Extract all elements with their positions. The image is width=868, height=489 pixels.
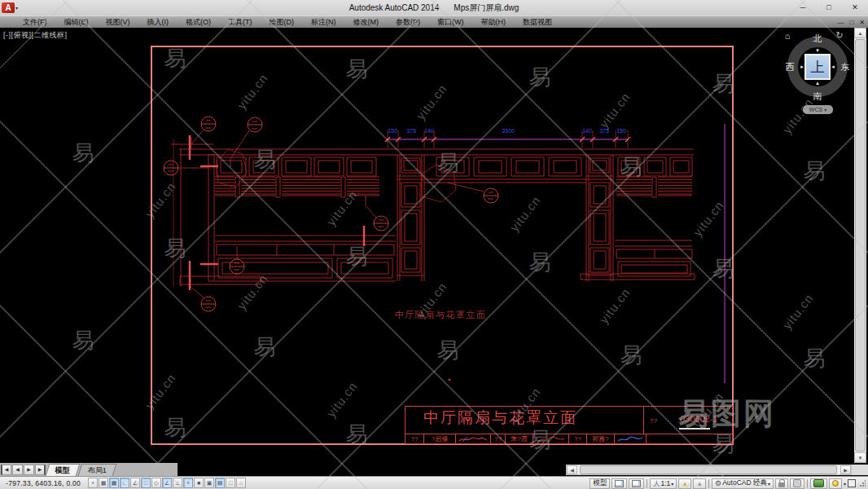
drawing-number-underline (679, 428, 710, 430)
tb-cell-signature (615, 434, 647, 443)
viewcube-south-label[interactable]: 南 (813, 90, 822, 103)
tab-nav-last-button[interactable]: ▶ (35, 465, 46, 475)
toggle-grid-display[interactable]: ▦ (109, 478, 119, 488)
toggle-snap-mode[interactable]: ▦ (99, 478, 108, 488)
menu-item-window[interactable]: 窗口(W) (437, 17, 464, 28)
toggle-object-snap-tracking[interactable]: ∠ (162, 478, 172, 488)
toggle-3d-object-snap[interactable]: ◇ (151, 478, 161, 488)
title-block: 中厅隔扇与花罩立面 ?? 030602-1 ?? ?启修 ?? 朱?霞 ?? 郭… (405, 406, 733, 444)
dim-label: 140 (582, 128, 592, 134)
wcs-dropdown[interactable]: WCS▾ (803, 105, 833, 114)
menu-item-help[interactable]: 帮助(H) (481, 17, 506, 28)
quick-view-layouts-button[interactable] (612, 478, 627, 489)
mdi-minimize-button[interactable]: — (837, 19, 844, 26)
toggle-ortho-mode[interactable]: ∟ (120, 478, 129, 488)
window-title: Autodesk AutoCAD 2014Mps屏门屏扇.dwg (0, 2, 868, 14)
autoscale-icon: ▲ (696, 480, 703, 487)
resize-grip[interactable] (859, 479, 866, 487)
status-bar: -797.33, 6403.16, 0.00 + ▦ ▦ ∟ ∠ □ ◇ ∠ ⊥… (0, 476, 868, 489)
viewcube-east-label[interactable]: 东 (841, 61, 850, 73)
menu-item-edit[interactable]: 编辑(E) (64, 17, 89, 28)
titlebar: A ▾ Autodesk AutoCAD 2014Mps屏门屏扇.dwg ─ □… (0, 0, 868, 15)
tb-cell: ?? (406, 434, 424, 443)
tab-nav-first-button[interactable]: ◀ (1, 465, 11, 475)
lock-icon (778, 482, 785, 487)
title-block-row: ?? ?启修 ?? 朱?霞 ?? 郭雅? (406, 434, 732, 443)
quick-view-drawings-button[interactable] (629, 478, 644, 489)
tab-nav-next-button[interactable]: ▶ (24, 465, 34, 475)
scroll-left-button[interactable]: ◀ (567, 465, 577, 474)
viewcube-rotate-icon[interactable]: ↻ (835, 30, 843, 41)
layout-icon (632, 480, 641, 487)
menu-item-insert[interactable]: 插入(I) (147, 17, 169, 28)
viewcube-west-label[interactable]: 西 (786, 61, 795, 73)
toggle-polar-tracking[interactable]: ∠ (130, 478, 140, 488)
menu-item-draw[interactable]: 绘图(D) (270, 17, 295, 28)
toggle-annotation-monitor[interactable]: ☆ (236, 478, 246, 488)
autoscale-annotations-button[interactable]: ▲ (693, 478, 706, 489)
app-title: Autodesk AutoCAD 2014 (349, 3, 440, 12)
drawing-canvas[interactable]: [-][俯视][二维线框] 150 375 140 3300 140 375 1… (0, 28, 868, 463)
mdi-close-button[interactable]: ✕ (859, 19, 865, 26)
scroll-down-button[interactable]: ▼ (854, 452, 866, 463)
performance-tuner-button[interactable] (810, 478, 827, 489)
autocad-window: A ▾ Autodesk AutoCAD 2014Mps屏门屏扇.dwg ─ □… (0, 0, 868, 489)
gear-icon: ⚙ (715, 479, 721, 487)
viewcube-north-label[interactable]: 北 (813, 33, 822, 45)
toggle-transparency[interactable]: ▣ (204, 478, 214, 488)
menu-item-modify[interactable]: 修改(M) (353, 17, 379, 28)
annotation-scale-button[interactable]: 人 1:1 ▾ (650, 478, 677, 489)
clean-screen-button[interactable] (848, 479, 856, 487)
menu-item-file[interactable]: 文件(F) (23, 17, 47, 28)
vertical-scrollbar[interactable]: ▲ ▼ (854, 28, 866, 463)
layout-tab-bar: ◀ ◀ ▶ ▶ 模型 布局1 ◀ ▶ (0, 463, 868, 476)
tb-cell: ?启修 (424, 434, 456, 443)
tb-cell: 郭雅? (587, 434, 615, 443)
viewcube-arrow-down-icon[interactable]: ▾ (816, 47, 819, 54)
mdi-restore-button[interactable]: □ (849, 19, 853, 26)
toggle-object-snap[interactable]: □ (141, 478, 151, 488)
toggle-quick-properties[interactable]: ▤ (215, 478, 225, 488)
viewport-controls-label[interactable]: [-][俯视][二维线框] (3, 30, 68, 41)
annotation-visibility-button[interactable]: ▲ (678, 478, 691, 489)
menu-item-parametric[interactable]: 参数(P) (396, 17, 420, 28)
vertical-scrollbar-thumb[interactable] (855, 39, 866, 452)
menu-item-dimension[interactable]: 标注(N) (311, 17, 336, 28)
horizontal-scrollbar[interactable]: ◀ ▶ (566, 465, 852, 475)
menubar: 文件(F) 编辑(E) 视图(V) 插入(I) 格式(O) 工具(T) 绘图(D… (0, 15, 868, 28)
model-space-button[interactable]: 模型 (590, 478, 610, 489)
minimize-button[interactable]: ─ (790, 0, 816, 15)
status-menu-caret-icon[interactable]: ▾ (844, 481, 846, 487)
chevron-down-icon: ▾ (768, 481, 770, 487)
tab-model[interactable]: 模型 (46, 464, 81, 476)
scroll-up-button[interactable]: ▲ (854, 28, 866, 38)
tab-nav-prev-button[interactable]: ◀ (12, 465, 23, 475)
maximize-button[interactable]: □ (816, 0, 842, 15)
isolate-objects-button[interactable] (829, 478, 842, 489)
horizontal-scrollbar-thumb[interactable] (580, 465, 837, 474)
viewcube-arrow-up-icon[interactable]: ▴ (816, 80, 819, 86)
lightbulb-icon (832, 480, 839, 487)
menu-item-view[interactable]: 视图(V) (106, 17, 130, 28)
hardware-acceleration-button[interactable] (790, 478, 804, 489)
tb-cell: ?? (491, 434, 506, 443)
scroll-right-button[interactable]: ▶ (840, 465, 851, 474)
cad-linework (0, 28, 868, 463)
viewcube-arrow-right-icon[interactable]: ▸ (800, 64, 804, 70)
tb-cell-signature (533, 434, 569, 443)
viewcube-home-icon[interactable]: ⌂ (785, 31, 791, 41)
toggle-selection-cycling[interactable]: □ (226, 478, 235, 488)
toggle-lineweight[interactable]: ■ (194, 478, 204, 488)
tab-layout1[interactable]: 布局1 (78, 464, 117, 476)
viewcube-arrow-left-icon[interactable]: ◂ (831, 64, 835, 70)
toggle-dynamic-ucs[interactable]: ⊥ (173, 478, 182, 488)
menu-item-dataview[interactable]: 数据视图 (523, 17, 552, 28)
close-button[interactable]: ✕ (842, 0, 868, 15)
workspace-switching-button[interactable]: ⚙ AutoCAD 经典 ▾ (712, 478, 774, 489)
toolbar-lock-button[interactable] (775, 478, 788, 489)
viewcube-top-face[interactable]: 上 (804, 54, 831, 80)
menu-item-tools[interactable]: 工具(T) (228, 17, 252, 28)
menu-item-format[interactable]: 格式(O) (186, 17, 211, 28)
toggle-infer-constraints[interactable]: + (88, 478, 98, 488)
toggle-dynamic-input[interactable]: + (183, 478, 193, 488)
